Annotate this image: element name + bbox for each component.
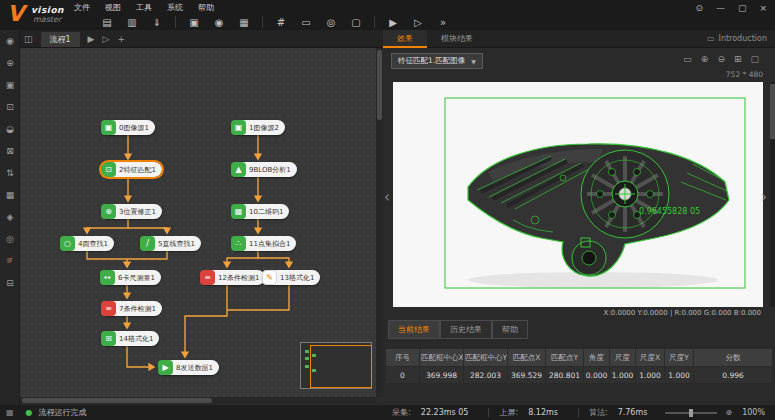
tab-history-result[interactable]: 历史结果 (440, 320, 492, 339)
flowchart-canvas[interactable]: ▣0图像源1 ▣1图像源2 ⊡2特征匹配1 ▲9BLOB分析1 ⊕3位置修正1 … (20, 48, 376, 397)
node-line-find-1[interactable]: /5直线查找1 (140, 236, 201, 251)
node-condition-check-7[interactable]: ≡7条件检测1 (101, 301, 162, 316)
logic-tools-icon[interactable]: IF (0, 250, 20, 272)
add-flow-button[interactable]: + (117, 34, 125, 44)
communication-icon[interactable]: ⊟ (0, 272, 20, 294)
screen-icon[interactable]: ▢ (349, 17, 363, 28)
acquisition-icon[interactable]: ◉ (0, 30, 20, 52)
canvas-horizontal-scrollbar[interactable] (20, 397, 376, 404)
scrollbar-thumb[interactable] (22, 398, 212, 403)
node-circle-find-1[interactable]: ○4圆查找1 (60, 236, 114, 251)
display-source-dropdown[interactable]: 特征匹配1.匹配图像 ▼ (391, 53, 483, 69)
minimize-button[interactable]: — (716, 3, 725, 13)
col-index[interactable]: 序号 (386, 349, 420, 367)
close-button[interactable]: × (759, 3, 767, 13)
scrollbar-thumb[interactable] (770, 84, 775, 139)
one-to-one-icon[interactable]: ⊞ (734, 54, 742, 64)
menu-help[interactable]: 帮助 (198, 2, 214, 13)
image-processing-icon[interactable]: ▣ (0, 74, 20, 96)
node-feature-match-1[interactable]: ⊡2特征匹配1 (101, 162, 162, 177)
col-scale-x[interactable]: 尺度X (636, 349, 665, 367)
menu-tools[interactable]: 工具 (136, 2, 152, 13)
step-run-icon[interactable]: » (436, 17, 450, 28)
zoom-out-icon[interactable]: ⊖ (717, 54, 725, 64)
viewer-scrollbar[interactable] (770, 82, 775, 307)
run-once-icon[interactable]: ▶ (386, 17, 400, 28)
node-send-data-1[interactable]: ▶8发送数据1 (158, 360, 219, 375)
node-icon: ✎ (262, 270, 277, 285)
history-icon[interactable]: ⊙ (695, 3, 703, 13)
col-scale-y[interactable]: 尺度Y (665, 349, 694, 367)
node-format-14[interactable]: ⊞14格式化1 (101, 331, 159, 346)
node-qrcode-1[interactable]: ▦10二维码1 (231, 204, 289, 219)
run-flow-icon[interactable]: ▶ (88, 34, 95, 44)
blob-analysis-icon[interactable]: ⊠ (0, 140, 20, 162)
menu-file[interactable]: 文件 (74, 2, 90, 13)
recognition-icon[interactable]: ◒ (0, 118, 20, 140)
next-image-arrow[interactable]: › (761, 188, 767, 206)
deep-learning-icon[interactable]: ◎ (0, 228, 20, 250)
node-blob-analysis-1[interactable]: ▲9BLOB分析1 (231, 162, 297, 177)
minimap-viewport[interactable] (310, 345, 372, 388)
node-image-source-1[interactable]: ▣0图像源1 (101, 120, 155, 135)
canvas-zoom-value: 100% (742, 408, 765, 417)
open-icon[interactable]: ▥ (125, 17, 139, 28)
col-score[interactable]: 分数 (694, 349, 773, 367)
status-menu-icon[interactable]: ▦ (6, 408, 14, 417)
location-icon[interactable]: ⊕ (0, 52, 20, 74)
main-toolbar: ▤ ▥ ⇓ ▣ ◉ ▦ # ▭ ◎ ▢ ▶ ▷ » (100, 14, 450, 30)
run-loop-icon[interactable]: ▷ (411, 17, 425, 28)
menu-view[interactable]: 视图 (105, 2, 121, 13)
canvas-zoom-slider[interactable] (665, 412, 717, 414)
tab-current-result[interactable]: 当前结果 (388, 320, 440, 339)
tab-effect[interactable]: 效果 (383, 30, 427, 48)
fit-view-icon[interactable]: ▭ (683, 54, 692, 64)
col-box-center-x[interactable]: 匹配框中心X (420, 349, 464, 367)
alignment-icon[interactable]: ⇅ (0, 162, 20, 184)
col-angle[interactable]: 角度 (584, 349, 610, 367)
display-time-value: 8.12ms (528, 408, 558, 417)
global-params-icon[interactable]: ◎ (324, 17, 338, 28)
measurement-icon[interactable]: ▦ (0, 184, 20, 206)
canvas-vertical-scrollbar[interactable] (376, 48, 383, 397)
camera-icon[interactable]: ◉ (212, 17, 226, 28)
user-chip[interactable]: ▭ Introduction (707, 34, 767, 43)
node-label: 12条件检测1 (218, 273, 259, 283)
gallery-icon[interactable]: ▣ (187, 17, 201, 28)
tab-module-result[interactable]: 模块结果 (427, 30, 487, 48)
export-icon[interactable]: ⇓ (150, 17, 164, 28)
node-point-fit-1[interactable]: ∴11点集拟合1 (231, 236, 296, 251)
node-position-fix-1[interactable]: ⊕3位置修正1 (101, 204, 162, 219)
measure-icon[interactable]: ▦ (237, 17, 251, 28)
fullscreen-icon[interactable]: ▢ (750, 54, 759, 64)
tag-icon[interactable]: ▭ (299, 17, 313, 28)
menu-system[interactable]: 系统 (167, 2, 183, 13)
maximize-button[interactable]: ▢ (738, 3, 747, 13)
prev-image-arrow[interactable]: ‹ (384, 188, 390, 206)
run-flow-loop-icon[interactable]: ▷ (103, 34, 110, 44)
save-icon[interactable]: ▤ (100, 17, 114, 28)
tab-flow-1[interactable]: 流程1 (41, 32, 80, 47)
node-image-source-2[interactable]: ▣1图像源2 (231, 120, 285, 135)
image-viewer[interactable]: 0.96455828 05 (393, 82, 763, 307)
calibration-icon[interactable]: ◈ (0, 206, 20, 228)
zoom-in-icon[interactable]: ⊕ (701, 54, 709, 64)
grid-icon[interactable]: # (274, 17, 288, 28)
table-row[interactable]: 0 369.998 282.003 369.529 280.801 0.000 … (386, 367, 773, 384)
col-box-center-y[interactable]: 匹配框中心Y (464, 349, 508, 367)
col-match-y[interactable]: 匹配点Y (546, 349, 584, 367)
node-format-13[interactable]: ✎13格式化1 (262, 270, 320, 285)
node-caliper-measure-1[interactable]: ↔6卡尺测量1 (100, 270, 161, 285)
focus-icon[interactable]: ⊡ (0, 96, 20, 118)
minimap[interactable] (300, 342, 372, 389)
zoom-icon[interactable]: ⊕ (725, 408, 732, 417)
slider-knob[interactable] (689, 409, 693, 417)
flow-tab-bar: ◫ 流程1 ▶ ▷ + (24, 30, 125, 48)
cell-scale-x: 1.000 (636, 367, 665, 384)
tab-help[interactable]: 帮助 (492, 320, 528, 339)
user-label: Introduction (719, 34, 767, 43)
node-condition-check-12[interactable]: ≡12条件检测1 (200, 270, 265, 285)
col-match-x[interactable]: 匹配点X (508, 349, 546, 367)
col-scale[interactable]: 尺度 (610, 349, 636, 367)
scrollbar-thumb[interactable] (377, 50, 382, 120)
